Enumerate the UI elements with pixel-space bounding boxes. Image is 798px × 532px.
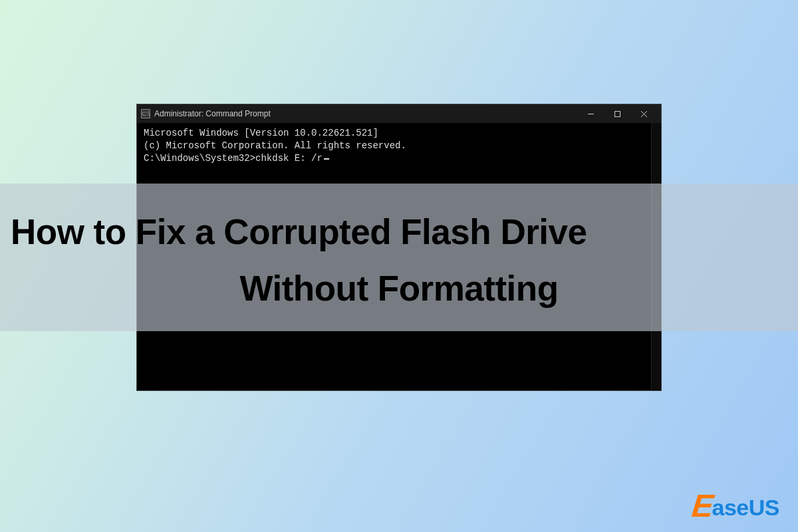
logo-text: aseUS xyxy=(712,495,779,521)
cursor xyxy=(324,158,329,160)
maximize-button[interactable] xyxy=(604,106,630,122)
minimize-icon xyxy=(587,110,595,118)
cmd-icon: C:\ xyxy=(141,109,150,118)
titlebar-buttons xyxy=(577,106,657,122)
close-icon xyxy=(640,110,648,118)
headline-line-2: Without Formatting xyxy=(0,268,798,309)
window-title: Administrator: Command Prompt xyxy=(154,109,271,118)
svg-rect-1 xyxy=(614,111,620,116)
maximize-icon xyxy=(614,110,621,118)
headline-line-1: How to Fix a Corrupted Flash Drive xyxy=(0,211,798,252)
headline-overlay: How to Fix a Corrupted Flash Drive Witho… xyxy=(0,184,798,331)
terminal-prompt-line: C:\Windows\System32>chkdsk E: /r xyxy=(144,152,654,165)
easeus-logo: E aseUS xyxy=(692,486,779,523)
terminal-line: Microsoft Windows [Version 10.0.22621.52… xyxy=(144,127,654,140)
logo-first-letter: E xyxy=(690,487,715,524)
terminal-line: (c) Microsoft Corporation. All rights re… xyxy=(144,140,654,152)
terminal-content[interactable]: Microsoft Windows [Version 10.0.22621.52… xyxy=(137,123,661,169)
titlebar[interactable]: C:\ Administrator: Command Prompt xyxy=(137,104,661,123)
titlebar-left: C:\ Administrator: Command Prompt xyxy=(141,109,271,118)
close-button[interactable] xyxy=(630,106,657,122)
minimize-button[interactable] xyxy=(577,106,604,122)
